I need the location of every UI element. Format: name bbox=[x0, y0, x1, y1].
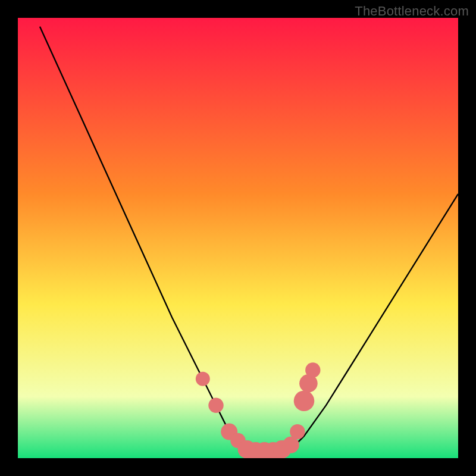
chart-svg bbox=[18, 18, 458, 458]
data-marker bbox=[305, 362, 320, 377]
gradient-background bbox=[18, 18, 458, 458]
plot-area bbox=[18, 18, 458, 458]
data-marker bbox=[208, 398, 223, 413]
chart-frame: TheBottleneck.com bbox=[0, 0, 476, 476]
data-marker bbox=[196, 372, 210, 386]
watermark-text: TheBottleneck.com bbox=[355, 4, 469, 19]
data-marker bbox=[290, 424, 305, 439]
data-marker bbox=[294, 391, 315, 412]
